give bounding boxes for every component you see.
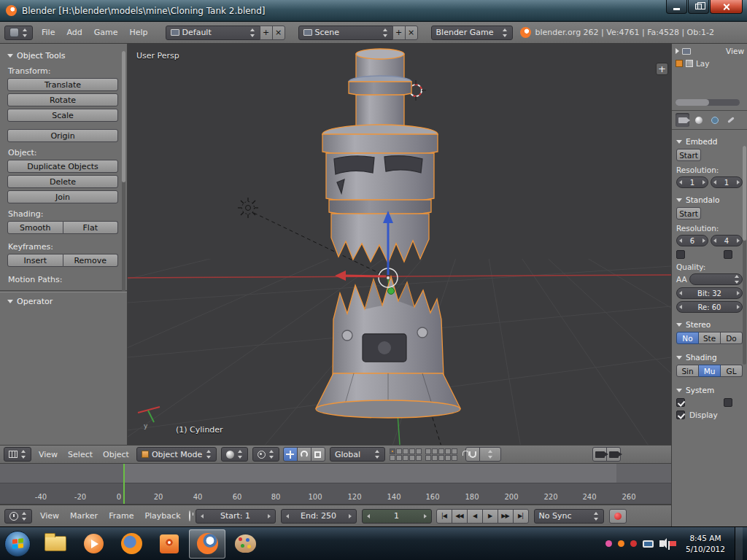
play-button[interactable]: ▶ [482,509,498,524]
window-titlebar[interactable]: Blender [H:\blender\models\mine\Cloning … [0,0,747,22]
remove-keyframe-button[interactable]: Remove [63,254,119,267]
standalone-start-button[interactable]: Start [676,207,701,219]
game-menu[interactable]: Game [91,28,121,37]
operator-panel-header[interactable]: Operator [7,297,118,306]
stereo-stereo-button[interactable]: Ste [699,332,721,344]
tray-icon-orange[interactable] [618,540,624,547]
file-menu[interactable]: File [39,28,58,37]
gizmo-x-arrowhead[interactable] [335,271,346,281]
stepper-right-icon[interactable] [268,514,271,518]
desktop-res-checkbox[interactable] [724,250,732,259]
tab-world[interactable] [708,113,721,127]
timeline-view-menu[interactable]: View [37,511,62,521]
duplicate-objects-button[interactable]: Duplicate Objects [7,160,118,173]
editor-type-button-timeline[interactable] [4,509,32,524]
volume-icon[interactable] [659,540,664,547]
taskbar-clock[interactable]: 8:45 AM 5/10/2012 [682,533,729,553]
aa-samples-dropdown[interactable] [689,273,743,285]
sync-mode-dropdown[interactable]: No Sync [534,509,604,524]
translate-manipulator-toggle[interactable] [283,447,298,462]
properties-region-expand-button[interactable]: + [656,63,668,75]
mode-dropdown[interactable]: Object Mode [136,447,217,462]
pivot-point-dropdown[interactable] [252,447,279,462]
stereo-dome-button[interactable]: Do [721,332,743,344]
taskbar-paint-button[interactable] [227,529,263,559]
object-tree-icon[interactable] [676,60,683,67]
fullscreen-checkbox[interactable] [676,250,685,259]
opengl-render-anim-button[interactable] [606,447,621,462]
smooth-button[interactable]: Smooth [7,221,63,234]
taskbar-media-player-button[interactable] [75,529,112,559]
show-desktop-button[interactable] [735,527,743,560]
stepper-left-icon[interactable] [367,514,370,518]
3d-viewport[interactable]: y User Persp (1) Cylinder + [128,44,671,445]
editor-type-button-info[interactable] [4,26,33,40]
next-keyframe-button[interactable]: ▶▶ [498,509,514,524]
stepper-right-icon[interactable] [703,238,705,243]
stepper-right-icon[interactable] [424,514,427,518]
stereo-panel-header[interactable]: Stereo [676,320,743,329]
gizmo-y-handle[interactable] [388,288,395,295]
minimize-button[interactable] [666,0,687,14]
mesh-tree-icon[interactable] [686,60,693,67]
outliner-scrollbar[interactable] [676,99,740,106]
gizmo-x-arrow[interactable] [344,276,386,276]
shading-glsl-button[interactable]: GL [721,365,743,377]
delete-scene-button[interactable]: × [405,26,418,40]
scene-dropdown[interactable]: Scene [298,26,393,40]
use-preview-range-toggle[interactable] [189,511,190,521]
delete-screen-layout-button[interactable]: × [272,26,285,40]
add-screen-layout-button[interactable]: + [260,26,273,40]
jump-to-end-button[interactable]: ▶| [513,509,529,524]
rotate-button[interactable]: Rotate [7,93,118,106]
screen-layout-dropdown[interactable]: Default [166,26,260,40]
stereo-none-button[interactable]: No [676,332,699,344]
system-panel-header[interactable]: System [676,386,743,394]
join-button[interactable]: Join [7,190,118,203]
tab-scene[interactable] [692,113,705,127]
flat-button[interactable]: Flat [63,221,119,234]
start-button[interactable] [4,531,31,557]
stepper-right-icon[interactable] [703,180,705,184]
auto-keyframe-record-button[interactable] [609,509,627,524]
stepper-left-icon[interactable] [679,305,682,309]
previous-keyframe-button[interactable]: ◀◀ [452,509,468,524]
stepper-left-icon[interactable] [679,238,682,243]
system-checkbox-1[interactable] [676,398,685,407]
stepper-right-icon[interactable] [737,305,740,309]
refresh-rate-field[interactable]: Re: 60 [676,301,743,313]
snap-element-dropdown[interactable] [479,447,501,462]
origin-button[interactable]: Origin [7,129,118,142]
timeline-ruler[interactable]: -40 -20 0 20 40 60 80 100 120 140 160 18… [0,464,671,505]
embedded-res-y-field[interactable]: 1 [711,176,743,188]
stepper-left-icon[interactable] [286,514,289,518]
shading-multitexture-button[interactable]: Mu [699,365,721,377]
embedded-res-x-field[interactable]: 1 [676,176,708,188]
tool-shelf-scrollbar[interactable] [122,51,125,292]
stepper-right-icon[interactable] [737,180,740,184]
bit-depth-field[interactable]: Bit: 32 [676,287,743,299]
embedded-start-button[interactable]: Start [676,149,701,161]
stepper-right-icon[interactable] [737,238,740,243]
jump-to-start-button[interactable]: |◀ [436,509,452,524]
timeline-marker-menu[interactable]: Marker [67,511,101,521]
taskbar-app-button[interactable] [151,529,187,559]
stepper-right-icon[interactable] [737,291,740,295]
object-menu[interactable]: Object [100,450,132,459]
add-scene-button[interactable]: + [392,26,406,40]
stepper-left-icon[interactable] [201,514,204,518]
properties-scrollbar[interactable] [743,146,746,365]
stepper-right-icon[interactable] [349,514,352,518]
start-frame-field[interactable]: Start: 1 [196,509,276,524]
taskbar-blender-button[interactable] [189,529,225,559]
current-frame-playhead[interactable] [123,464,125,505]
standalone-player-panel-header[interactable]: Standalo [676,195,743,204]
tank-bottom-mesh[interactable] [316,276,460,418]
standalone-res-x-field[interactable]: 6 [676,235,708,246]
system-checkbox-2[interactable] [724,398,732,407]
display-checkbox[interactable] [676,411,685,419]
standalone-res-y-field[interactable]: 4 [711,235,743,246]
taskbar-firefox-button[interactable] [113,529,150,559]
tab-render[interactable] [676,113,689,127]
end-frame-field[interactable]: End: 250 [281,509,357,524]
